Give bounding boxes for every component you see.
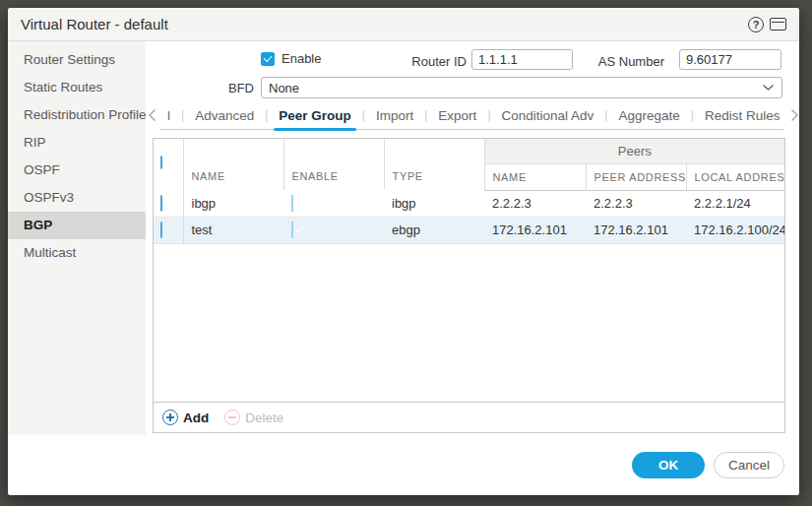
- cell-peer-name: 172.16.2.101: [484, 217, 586, 243]
- enable-checkbox[interactable]: [261, 52, 275, 66]
- row-select-checkbox[interactable]: [160, 195, 162, 212]
- dialog-title: Virtual Router - default: [21, 16, 168, 32]
- bfd-label: BFD: [200, 81, 254, 95]
- sidebar-item-multicast[interactable]: Multicast: [8, 239, 146, 267]
- sidebar-item-rip[interactable]: RIP: [8, 129, 146, 157]
- column-header-type[interactable]: TYPE: [384, 139, 484, 190]
- tab-separator: |: [181, 108, 184, 122]
- cell-peer-address: 2.2.2.3: [586, 190, 686, 217]
- tab-scroll-right-icon[interactable]: [790, 108, 799, 122]
- tab-separator: |: [424, 108, 427, 122]
- tab-separator: |: [362, 108, 365, 122]
- table-row[interactable]: ibgp ibgp 2.2.2.3 2.2.2.3 2.2.2.1/24: [154, 190, 784, 217]
- tab-separator: |: [691, 108, 694, 122]
- as-number-label: AS Number: [536, 54, 664, 69]
- row-enable-checkbox[interactable]: [291, 221, 293, 238]
- tab-truncated[interactable]: l: [165, 108, 172, 123]
- sidebar-item-router-settings[interactable]: Router Settings: [8, 46, 146, 74]
- table-footer: Add Delete: [154, 402, 784, 432]
- cell-peer-name: 2.2.2.3: [484, 190, 586, 217]
- bfd-selected-value: None: [269, 81, 299, 95]
- tab-advanced[interactable]: Advanced: [193, 108, 256, 123]
- column-header-local-address[interactable]: LOCAL ADDRESS: [686, 163, 784, 190]
- router-id-label: Router ID: [339, 54, 467, 69]
- table-empty-area: [154, 244, 784, 403]
- column-header-name[interactable]: NAME: [183, 139, 283, 190]
- column-header-peer-address[interactable]: PEER ADDRESS: [586, 163, 686, 190]
- as-number-input[interactable]: [679, 49, 781, 70]
- tab-peer-group[interactable]: Peer Group: [277, 108, 353, 123]
- tab-separator: |: [265, 108, 268, 122]
- enable-label: Enable: [281, 51, 321, 66]
- titlebar: Virtual Router - default ?: [8, 8, 799, 41]
- row-enable-checkbox[interactable]: [291, 195, 293, 212]
- tab-aggregate[interactable]: Aggregate: [616, 108, 681, 123]
- tab-conditional-adv[interactable]: Conditional Adv: [500, 108, 596, 123]
- column-header-enable[interactable]: ENABLE: [283, 139, 384, 190]
- sidebar-item-redistribution-profile[interactable]: Redistribution Profile: [8, 101, 146, 129]
- delete-button-label: Delete: [245, 411, 283, 425]
- cell-type: ibgp: [384, 190, 484, 217]
- bgp-panel: Enable Router ID AS Number BFD None l | …: [146, 41, 799, 435]
- tab-redist-rules[interactable]: Redist Rules: [703, 108, 782, 123]
- cell-local-address: 2.2.2.1/24: [686, 190, 784, 217]
- cell-peer-address: 172.16.2.101: [586, 217, 686, 243]
- sidebar: Router Settings Static Routes Redistribu…: [8, 41, 146, 435]
- select-all-checkbox[interactable]: [160, 156, 162, 169]
- tab-separator: |: [487, 108, 490, 122]
- add-button[interactable]: Add: [162, 410, 209, 425]
- window-icon[interactable]: [770, 18, 786, 31]
- sidebar-item-static-routes[interactable]: Static Routes: [8, 74, 146, 101]
- sidebar-item-bgp[interactable]: BGP: [8, 212, 146, 239]
- add-button-label: Add: [183, 411, 209, 425]
- column-group-header-peers: Peers: [484, 139, 784, 163]
- tab-export[interactable]: Export: [436, 108, 478, 123]
- peer-group-table: NAME ENABLE TYPE Peers NAME PEER ADDRESS…: [153, 138, 785, 433]
- cell-name[interactable]: test: [183, 217, 283, 243]
- row-select-checkbox[interactable]: [160, 221, 162, 238]
- cell-type: ebgp: [384, 217, 484, 243]
- select-all-cell: [154, 139, 183, 190]
- sidebar-item-ospf[interactable]: OSPF: [8, 157, 146, 184]
- cancel-button[interactable]: Cancel: [714, 452, 784, 478]
- sidebar-item-ospfv3[interactable]: OSPFv3: [8, 184, 146, 212]
- tab-bar: l | Advanced | Peer Group | Import | Exp…: [148, 102, 785, 128]
- tab-bar-divider: [159, 129, 783, 130]
- ok-button[interactable]: OK: [632, 452, 705, 478]
- cell-name[interactable]: ibgp: [183, 190, 283, 217]
- titlebar-icons: ?: [748, 17, 786, 32]
- dialog-footer: OK Cancel: [8, 435, 799, 495]
- tab-scroll-left-icon[interactable]: [148, 108, 156, 122]
- circle-plus-icon: [162, 410, 178, 425]
- tab-import[interactable]: Import: [374, 108, 415, 123]
- help-icon[interactable]: ?: [748, 17, 764, 32]
- circle-minus-icon: [224, 410, 240, 425]
- delete-button[interactable]: Delete: [224, 410, 283, 425]
- cell-local-address: 172.16.2.100/24: [686, 217, 784, 243]
- table-row[interactable]: test ebgp 172.16.2.101 172.16.2.101 172.…: [154, 217, 784, 243]
- bfd-dropdown[interactable]: None: [261, 77, 782, 98]
- tab-separator: |: [604, 108, 607, 122]
- chevron-down-icon: [762, 84, 775, 92]
- enable-checkbox-group[interactable]: Enable: [261, 51, 321, 66]
- column-header-peer-name[interactable]: NAME: [484, 163, 586, 190]
- virtual-router-dialog: Virtual Router - default ? Router Settin…: [8, 8, 799, 495]
- dialog-body: Router Settings Static Routes Redistribu…: [8, 41, 799, 435]
